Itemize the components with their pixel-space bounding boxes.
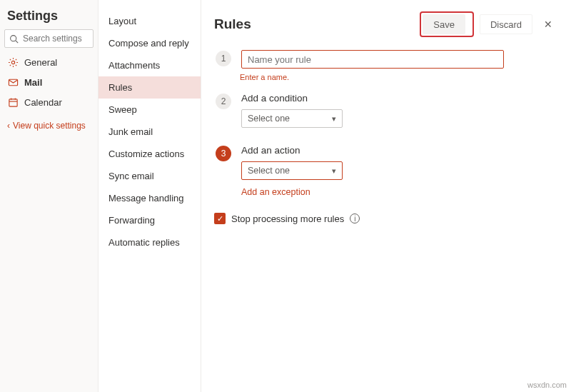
rule-step-3: 3 Add an action Select one ▾ Add an exce… [214,145,558,197]
sidebar-item-label: Calendar [24,97,62,108]
rule-name-error: Enter a name. [240,73,558,81]
condition-select[interactable]: Select one ▾ [241,109,343,128]
subnav-attachments[interactable]: Attachments [98,54,201,76]
action-select[interactable]: Select one ▾ [241,161,343,180]
sidebar-item-mail[interactable]: Mail [0,72,98,92]
add-exception-link[interactable]: Add an exception [241,187,558,197]
save-button[interactable]: Save [423,14,465,34]
svg-point-0 [11,35,16,41]
rule-name-input[interactable] [241,50,504,69]
mail-settings-subnav: Layout Compose and reply Attachments Rul… [98,0,201,392]
save-button-highlight: Save [420,11,474,37]
stop-processing-row: ✓ Stop processing more rules i [214,213,558,224]
subnav-layout[interactable]: Layout [98,10,201,32]
subnav-sync-email[interactable]: Sync email [98,165,201,187]
svg-point-2 [11,61,14,64]
settings-title: Settings [0,7,98,29]
svg-line-1 [16,40,18,42]
search-settings-input[interactable] [23,34,89,44]
subnav-rules[interactable]: Rules [98,76,201,99]
sidebar-item-calendar[interactable]: Calendar [0,92,98,112]
subnav-customize-actions[interactable]: Customize actions [98,143,201,165]
rule-step-1: 1 [214,50,558,69]
rule-step-2: 2 Add a condition Select one ▾ [214,93,558,128]
mail-icon [7,76,19,88]
search-icon [9,34,19,44]
sidebar-item-label: Mail [24,77,42,88]
rules-editor-panel: Rules Save Discard ✕ 1 Enter a name. 2 A… [201,0,571,392]
subnav-automatic-replies[interactable]: Automatic replies [98,231,201,253]
calendar-icon [7,96,19,108]
step-badge-2: 2 [216,94,231,109]
watermark: wsxdn.com [527,381,567,389]
view-quick-settings-link[interactable]: ‹ View quick settings [0,112,98,139]
gear-icon [7,56,19,68]
settings-sidebar: Settings General Mail Calendar ‹ View [0,0,98,392]
discard-button[interactable]: Discard [480,14,532,34]
chevron-down-icon: ▾ [332,114,336,124]
panel-title: Rules [214,16,420,32]
subnav-message-handling[interactable]: Message handling [98,187,201,209]
info-icon[interactable]: i [350,213,360,223]
chevron-left-icon: ‹ [7,121,10,131]
stop-processing-label: Stop processing more rules [231,213,344,224]
step-badge-3: 3 [216,146,231,161]
step-2-title: Add a condition [241,93,558,104]
step-3-title: Add an action [241,145,558,156]
step-badge-1: 1 [216,51,231,66]
subnav-sweep[interactable]: Sweep [98,99,201,121]
close-icon[interactable]: ✕ [538,14,558,34]
sidebar-item-general[interactable]: General [0,52,98,72]
search-settings-field[interactable] [4,29,94,48]
svg-rect-4 [9,99,16,106]
chevron-down-icon: ▾ [332,166,336,176]
stop-processing-checkbox[interactable]: ✓ [214,213,226,224]
subnav-junk-email[interactable]: Junk email [98,121,201,143]
sidebar-item-label: General [24,57,57,68]
subnav-forwarding[interactable]: Forwarding [98,209,201,231]
subnav-compose-reply[interactable]: Compose and reply [98,32,201,54]
